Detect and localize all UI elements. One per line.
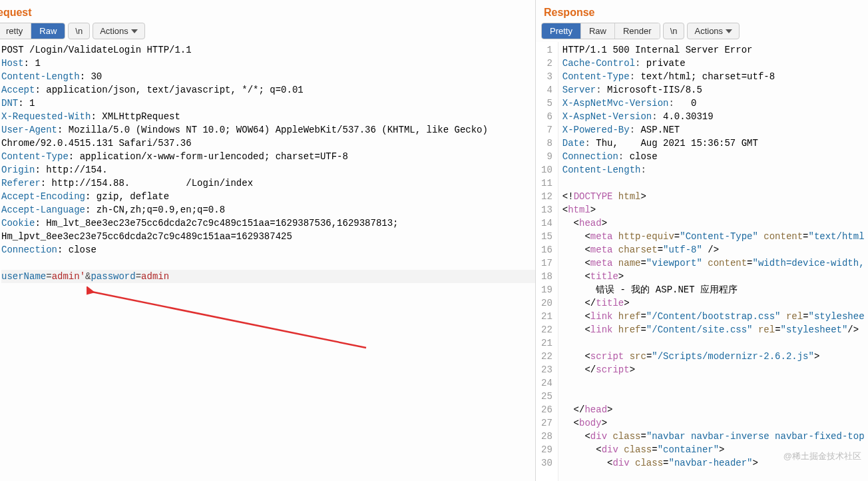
tab-raw[interactable]: Raw bbox=[580, 23, 614, 39]
tab-pretty[interactable]: Pretty bbox=[542, 23, 580, 39]
response-body[interactable]: 1234567891011121314151617181920212221222… bbox=[536, 42, 868, 481]
tab-render[interactable]: Render bbox=[614, 23, 660, 39]
newline-toggle[interactable]: \n bbox=[663, 23, 685, 39]
newline-toggle[interactable]: \n bbox=[68, 23, 90, 39]
actions-menu[interactable]: Actions bbox=[687, 23, 740, 39]
line-gutter: 1234567891011121314151617181920212221222… bbox=[536, 42, 558, 481]
response-lines: HTTP/1.1 500 Internal Server ErrorCache-… bbox=[558, 42, 865, 481]
request-view-tabs: retty Raw bbox=[0, 23, 65, 39]
response-title: Response bbox=[536, 0, 868, 23]
actions-label: Actions bbox=[100, 26, 128, 36]
request-pane: equest retty Raw \n Actions POST /Login/… bbox=[0, 0, 536, 481]
tab-pretty[interactable]: retty bbox=[0, 23, 31, 39]
request-body[interactable]: POST /Login/ValidateLogin HTTP/1.1 Host:… bbox=[0, 42, 535, 481]
response-toolbar: Pretty Raw Render \n Actions bbox=[541, 23, 868, 42]
request-toolbar: retty Raw \n Actions bbox=[0, 23, 535, 42]
response-pane: Response Pretty Raw Render \n Actions 12… bbox=[536, 0, 868, 481]
request-title: equest bbox=[0, 0, 535, 23]
response-view-tabs: Pretty Raw Render bbox=[541, 23, 660, 39]
actions-label: Actions bbox=[694, 26, 723, 36]
actions-menu[interactable]: Actions bbox=[93, 23, 145, 39]
tab-raw[interactable]: Raw bbox=[31, 23, 65, 39]
chevron-down-icon bbox=[131, 29, 138, 33]
chevron-down-icon bbox=[726, 29, 732, 33]
